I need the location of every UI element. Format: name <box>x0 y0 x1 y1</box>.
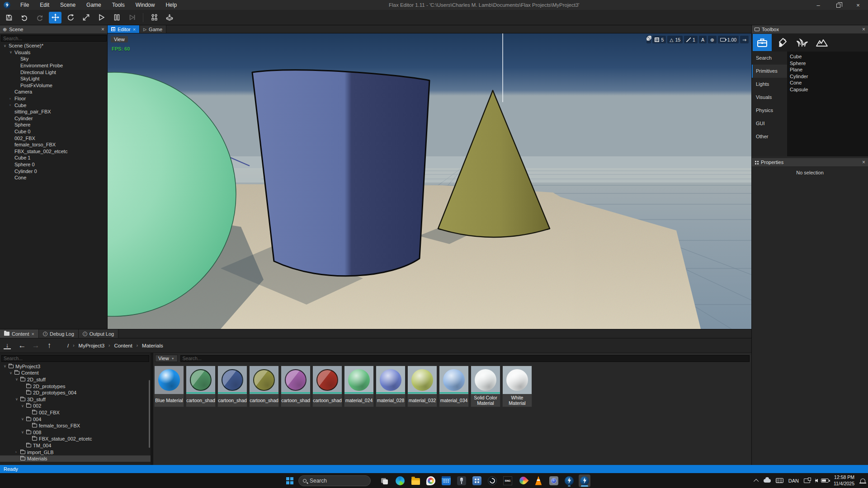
scene-tree-row[interactable]: female_torso_FBX <box>0 141 107 148</box>
build-scene-graph-button[interactable] <box>148 12 160 23</box>
tray-expand-icon[interactable] <box>754 479 759 483</box>
scene-tree-row[interactable]: Cylinder <box>0 115 107 122</box>
tab-content[interactable]: Content × <box>0 329 39 338</box>
toolbox-category[interactable]: Visuals <box>752 91 787 104</box>
scene-tree-row[interactable]: Sky <box>0 56 107 62</box>
folder-search-input[interactable] <box>1 355 149 362</box>
primitive-item[interactable]: Cylinder <box>790 73 868 80</box>
content-tab-close-icon[interactable]: × <box>32 331 34 337</box>
touch-keyboard-icon[interactable] <box>776 478 783 483</box>
clock[interactable]: 12:58 PM 11/4/2025 <box>834 474 854 486</box>
grid-snap-chip[interactable]: 5 <box>652 36 666 43</box>
notifications-icon[interactable] <box>860 479 865 483</box>
toolbox-category[interactable]: Physics <box>752 104 787 117</box>
anchor-chip[interactable]: A <box>699 36 707 43</box>
taskbar-search[interactable]: Search <box>298 475 371 486</box>
tree-chevron-icon[interactable]: ∨ <box>9 371 14 375</box>
taskbar-app-icon[interactable] <box>563 474 575 487</box>
toolbox-category[interactable]: Primitives <box>752 65 787 78</box>
start-button[interactable] <box>285 476 295 486</box>
world-space-chip[interactable]: ⊕ <box>708 36 717 43</box>
toolbox-category[interactable]: Other <box>752 130 787 143</box>
folder-row[interactable]: ∨ Content <box>0 370 151 376</box>
folder-row[interactable]: 2D_prototypes_004 <box>0 389 151 396</box>
tree-chevron-icon[interactable]: ∨ <box>21 404 26 408</box>
folder-row[interactable]: ∨ 002 <box>0 403 151 409</box>
scene-tree-row[interactable]: Sphere 0 <box>0 161 107 168</box>
breadcrumb-segment[interactable]: Content <box>112 342 134 349</box>
toolbox-close-icon[interactable]: × <box>862 27 865 32</box>
taskbar-app-icon[interactable] <box>486 474 498 487</box>
menu-item[interactable]: Help <box>160 0 182 9</box>
properties-close-icon[interactable]: × <box>862 160 865 165</box>
tree-chevron-icon[interactable]: ∨ <box>21 417 26 421</box>
scene-tree-row[interactable]: ∨ Visuals <box>0 49 107 56</box>
folder-row[interactable]: ∨ 2D_stuff <box>0 376 151 383</box>
scene-tree-row[interactable]: sitting_pair_FBX <box>0 108 107 115</box>
scale-tool-button[interactable] <box>80 12 92 23</box>
material-tile[interactable]: material_034 <box>439 366 469 407</box>
bake-lighting-button[interactable] <box>163 12 176 23</box>
import-button[interactable]: ↓ <box>4 342 11 349</box>
pause-button[interactable] <box>110 12 123 23</box>
nav-up-button[interactable]: ↑ <box>43 341 55 350</box>
taskbar-app-icon[interactable] <box>548 474 560 487</box>
taskbar-app-icon[interactable] <box>517 474 529 487</box>
menu-item[interactable]: Scene <box>55 0 81 9</box>
content-search-input[interactable] <box>180 355 750 362</box>
menu-item[interactable]: Window <box>130 0 160 9</box>
toolbox-category[interactable]: Lights <box>752 78 787 91</box>
primitive-item[interactable]: Capsule <box>790 86 868 93</box>
scene-tree-row[interactable]: › Cube <box>0 102 107 108</box>
scene-search-input[interactable] <box>1 35 107 42</box>
toolbox-category[interactable]: Search <box>752 52 787 65</box>
taskbar-app-icon[interactable] <box>379 474 391 487</box>
scene-tree-row[interactable]: Sphere <box>0 122 107 128</box>
toolbox-tab-paint[interactable] <box>773 34 792 51</box>
primitive-item[interactable]: Cube <box>790 53 868 60</box>
breadcrumb-segment[interactable]: Materials <box>140 342 165 349</box>
material-tile[interactable]: cartoon_shad <box>249 366 279 407</box>
taskbar-app-icon[interactable] <box>471 474 483 487</box>
menu-item[interactable]: File <box>15 0 34 9</box>
material-tile[interactable]: Blue Material <box>154 366 184 407</box>
tree-chevron-icon[interactable]: ∨ <box>15 397 20 401</box>
primitive-item[interactable]: Plane <box>790 66 868 73</box>
scene-tree-row[interactable]: › Floor <box>0 95 107 102</box>
scale-snap-chip[interactable]: 1 <box>684 36 698 43</box>
scene-panel-close-icon[interactable]: × <box>101 27 104 32</box>
menu-item[interactable]: Tools <box>107 0 130 9</box>
toolbox-tab-terrain[interactable] <box>812 34 831 51</box>
rotate-tool-button[interactable] <box>64 12 77 23</box>
restore-button[interactable] <box>828 0 848 10</box>
minimize-button[interactable]: – <box>808 0 828 10</box>
tree-chevron-icon[interactable]: › <box>9 103 14 107</box>
material-tile[interactable]: cartoon_shad <box>281 366 311 407</box>
redo-button[interactable] <box>33 12 46 23</box>
tree-chevron-icon[interactable]: ∨ <box>15 377 20 381</box>
toolbox-tab-actors[interactable] <box>753 34 772 51</box>
camera-speed-chip[interactable]: 1.00 <box>718 36 739 43</box>
step-frame-button[interactable] <box>126 12 138 23</box>
scene-tree-row[interactable]: Cube 1 <box>0 155 107 161</box>
nav-back-button[interactable]: ← <box>16 341 28 350</box>
material-tile[interactable]: Solid Color Material <box>471 366 500 407</box>
tab-game[interactable]: ▷ Game <box>140 25 166 33</box>
menu-item[interactable]: Game <box>81 0 107 9</box>
folder-row[interactable]: FBX_statue_002_etcetc <box>0 436 151 442</box>
taskbar-app-icon[interactable] <box>440 474 452 487</box>
taskbar-app-icon[interactable] <box>410 474 421 487</box>
material-tile[interactable]: material_032 <box>407 366 437 407</box>
scene-tree-row[interactable]: SkyLight <box>0 75 107 82</box>
folder-row[interactable]: ∨ 004 <box>0 416 151 422</box>
material-tile[interactable]: material_024 <box>344 366 374 407</box>
language-indicator[interactable]: DAN <box>788 478 799 483</box>
folder-row[interactable]: 2D_prototypes <box>0 383 151 389</box>
tab-output-log[interactable]: i Output Log <box>79 329 118 338</box>
material-tile[interactable]: White Material <box>502 366 532 407</box>
scene-tree-row[interactable]: Cube 0 <box>0 128 107 135</box>
scene-tree-row[interactable]: ∨ Scene (Scene)* <box>0 42 107 49</box>
scene-tree-row[interactable]: PostFxVolume <box>0 82 107 89</box>
tree-chevron-icon[interactable]: ∨ <box>21 430 26 434</box>
taskbar-app-icon[interactable] <box>394 474 406 487</box>
